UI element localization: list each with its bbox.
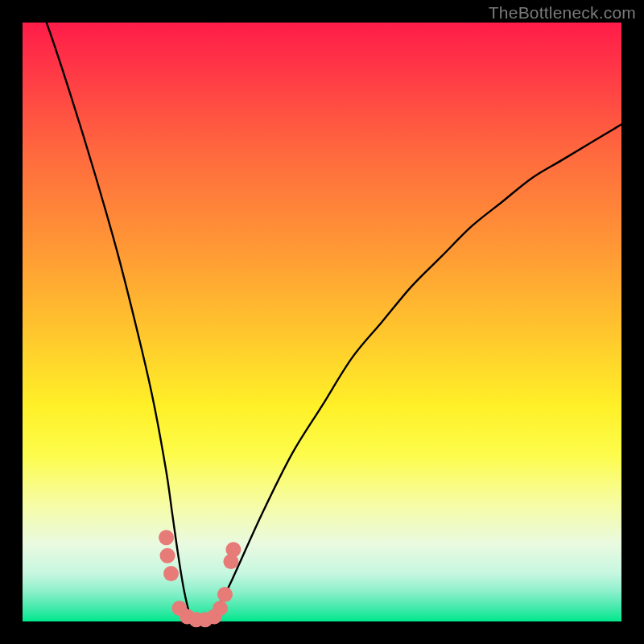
- highlight-dot: [217, 587, 233, 602]
- watermark-text: TheBottleneck.com: [489, 3, 636, 23]
- bottleneck-curve: [23, 0, 621, 622]
- chart-plot-area: [23, 23, 621, 621]
- highlight-dot: [163, 566, 179, 581]
- bottleneck-curve-svg: [23, 23, 621, 621]
- highlight-dot: [225, 542, 241, 557]
- highlight-dot: [159, 530, 174, 545]
- highlight-dots: [159, 530, 241, 627]
- highlight-dot: [213, 601, 228, 616]
- highlight-dot: [160, 548, 175, 564]
